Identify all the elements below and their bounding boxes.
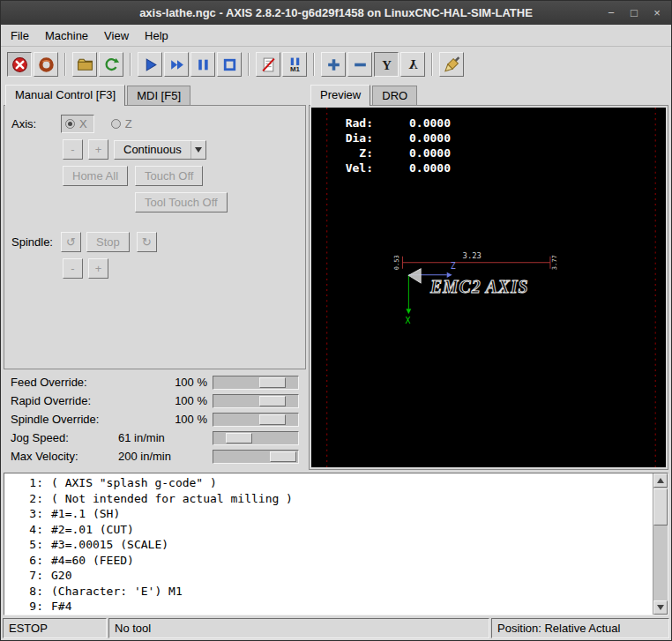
scroll-up-arrow[interactable] [653, 473, 668, 488]
clear-plot-button[interactable] [439, 52, 464, 77]
spindle-label: Spindle: [11, 235, 61, 249]
tool-touch-off-button[interactable]: Tool Touch Off [135, 192, 228, 212]
zoom-out-icon [352, 56, 369, 73]
titlebar[interactable]: axis-lathe.ngc - AXIS 2.8.2-10-g6d29f145… [1, 1, 671, 25]
feed-override-slider[interactable] [213, 376, 299, 390]
gcode-line-number: 7: [6, 568, 43, 584]
slider-thumb[interactable] [270, 451, 296, 462]
dro-rad-label: Rad: [338, 116, 373, 131]
gcode-line[interactable]: 7:G20 [6, 568, 650, 584]
run-button[interactable] [138, 52, 162, 77]
home-all-button[interactable]: Home All [63, 166, 128, 186]
pause-icon [195, 56, 212, 73]
axis-z-radio[interactable]: Z [107, 115, 139, 133]
jog-minus-button[interactable]: - [63, 139, 83, 160]
pause-button[interactable] [190, 52, 215, 77]
tab-manual-control[interactable]: Manual Control [F3] [5, 85, 125, 106]
override-sliders: Feed Override: 100 % Rapid Override: 100… [4, 369, 306, 470]
jog-increment-select[interactable]: Continuous [114, 140, 206, 160]
scroll-down-arrow[interactable] [653, 600, 668, 615]
feed-override-row: Feed Override: 100 % [11, 373, 299, 391]
max-velocity-label: Max Velocity: [11, 450, 116, 463]
toolbar-separator [431, 53, 433, 76]
toolbar-separator [130, 53, 131, 76]
dro-dia-value: 0.0000 [373, 131, 451, 146]
gcode-line-text: #4=60 (FEED) [51, 554, 134, 567]
dro-dia-row: Dia:0.0000 [338, 131, 451, 146]
spindle-override-slider[interactable] [213, 413, 299, 427]
spindle-reverse-icon: ↺ [66, 235, 76, 249]
spindle-row: Spindle: ↺ Stop ↻ [11, 232, 298, 252]
menu-view[interactable]: View [96, 25, 137, 46]
spindle-slower-button[interactable]: - [63, 258, 83, 279]
gcode-line[interactable]: 6:#4=60 (FEED) [6, 553, 650, 569]
slider-thumb[interactable] [226, 433, 252, 443]
open-file-button[interactable] [72, 52, 97, 77]
estop-icon [11, 56, 28, 73]
skip-lines-icon [260, 56, 277, 73]
gcode-line[interactable]: 1:( AXIS "splash g-code" ) [6, 475, 650, 491]
axis-x-radio[interactable]: X [61, 115, 94, 133]
spindle-reverse-button[interactable]: ↺ [61, 232, 81, 252]
skip-lines-button[interactable] [256, 52, 280, 77]
view-y-button[interactable]: Y [374, 52, 399, 77]
dro-readout: Rad:0.0000 Dia:0.0000 Z:0.0000 Vel:0.000… [338, 116, 451, 176]
zoom-in-button[interactable] [321, 52, 346, 77]
touch-off-button[interactable]: Touch Off [135, 166, 203, 186]
machine-power-button[interactable] [34, 52, 58, 77]
rapid-override-value: 100 % [116, 394, 213, 407]
gcode-line[interactable]: 5:#3=.00015 (SCALE) [6, 537, 650, 553]
rapid-override-label: Rapid Override: [11, 394, 116, 407]
gcode-line-text: #2=.01 (CUT) [51, 523, 134, 536]
gcode-line[interactable]: 4:#2=.01 (CUT) [6, 522, 650, 538]
minimize-button[interactable]: − [604, 6, 618, 19]
main-area: Manual Control [F3] MDI [F5] Axis: X Z [1, 82, 671, 470]
gcode-listing[interactable]: 1:( AXIS "splash g-code" ) 2:( Not inten… [4, 473, 668, 615]
menubar: File Machine View Help [1, 25, 671, 47]
close-button[interactable]: × [650, 6, 664, 19]
estop-button[interactable] [7, 52, 32, 77]
rapid-override-slider[interactable] [213, 394, 299, 408]
menu-machine[interactable]: Machine [37, 25, 96, 46]
spindle-stop-button[interactable]: Stop [86, 232, 130, 252]
gcode-line[interactable]: 9:F#4 [6, 599, 650, 615]
maximize-button[interactable]: □ [627, 6, 641, 19]
slider-thumb[interactable] [259, 377, 286, 388]
slider-thumb[interactable] [259, 396, 286, 406]
max-velocity-slider[interactable] [213, 450, 299, 464]
jog-plus-button[interactable]: + [88, 139, 108, 160]
preview-canvas[interactable]: Rad:0.0000 Dia:0.0000 Z:0.0000 Vel:0.000… [311, 108, 666, 467]
gcode-line[interactable]: 3:#1=.1 (SH) [6, 506, 650, 522]
spindle-faster-button[interactable]: + [88, 258, 108, 279]
tab-mdi[interactable]: MDI [F5] [127, 86, 190, 105]
gcode-line[interactable]: 8:(Character: 'E') M1 [6, 584, 650, 600]
reload-button[interactable] [99, 52, 123, 77]
window-controls: − □ × [604, 1, 664, 25]
zoom-in-icon [325, 56, 342, 73]
gcode-scrollbar[interactable] [653, 473, 668, 615]
menu-file[interactable]: File [3, 25, 37, 46]
toolbar-separator [64, 53, 66, 76]
view-y2-button[interactable]: Y [400, 52, 425, 77]
tab-dro[interactable]: DRO [372, 86, 417, 105]
gcode-line[interactable]: 2:( Not intended for actual milling ) [6, 491, 650, 507]
scrollbar-thumb[interactable] [653, 488, 668, 525]
zoom-out-button[interactable] [347, 52, 372, 77]
optional-pause-button[interactable]: M1 [282, 52, 307, 77]
run-step-button[interactable] [164, 52, 189, 77]
dimension-end-label: 3.77 [551, 255, 558, 270]
slider-thumb[interactable] [259, 414, 286, 425]
max-velocity-row: Max Velocity: 200 in/min [11, 447, 299, 466]
tab-preview[interactable]: Preview [310, 85, 370, 106]
spindle-forward-button[interactable]: ↻ [137, 232, 157, 252]
dro-vel-label: Vel: [338, 161, 373, 176]
stop-button[interactable] [217, 52, 242, 77]
gcode-line-text: #1=.1 (SH) [51, 507, 120, 520]
gcode-line-number: 9: [6, 599, 43, 615]
jog-speed-slider[interactable] [213, 431, 299, 445]
dro-vel-row: Vel:0.0000 [338, 161, 451, 176]
stop-icon [221, 56, 238, 73]
dro-z-label: Z: [338, 146, 373, 161]
menu-help[interactable]: Help [137, 25, 176, 46]
clear-plot-brush-icon [444, 56, 460, 73]
